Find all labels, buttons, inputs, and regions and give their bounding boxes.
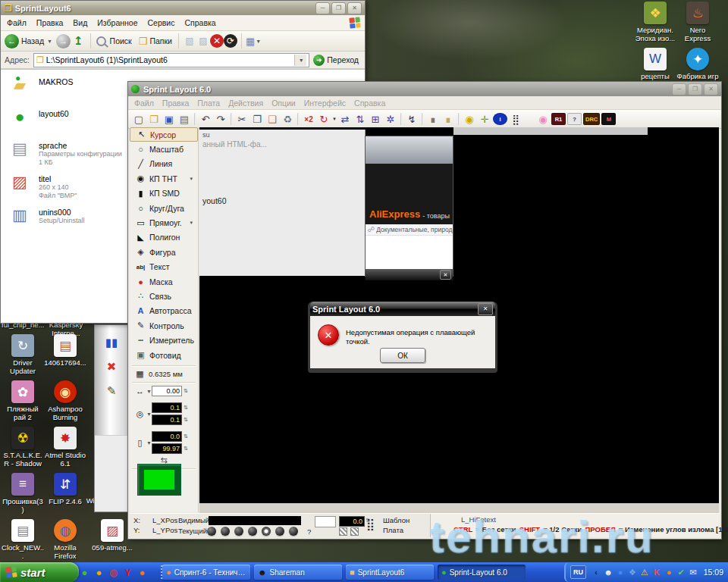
driver-updater-icon[interactable]: ↻ Driver Updater: [2, 334, 44, 380]
unlock-icon[interactable]: ∎: [441, 111, 456, 127]
menu-item[interactable]: Правка: [36, 18, 63, 27]
designator-icon[interactable]: R1: [551, 113, 566, 125]
firefox-icon[interactable]: ◍ Mozilla Firefox: [44, 519, 86, 565]
layer-dot[interactable]: [262, 527, 271, 536]
tool-dropdown-icon[interactable]: ▾: [190, 176, 193, 182]
folders-label[interactable]: Папки: [149, 36, 172, 45]
connections-icon[interactable]: ↯: [404, 111, 419, 127]
crosshair-icon[interactable]: ✛: [477, 111, 492, 127]
rotate-angle-icon[interactable]: ✲: [383, 111, 398, 127]
toolbar-icon[interactable]: [458, 113, 460, 125]
layer-dot[interactable]: [275, 527, 284, 536]
address-input[interactable]: ❒ L:\SprintLayout6 (1)\SprintLayout6 ▼: [33, 53, 309, 67]
lock-icon[interactable]: ∎: [425, 111, 441, 127]
toolbar-icon[interactable]: [297, 113, 299, 125]
tray-shareman-icon[interactable]: ☻: [603, 567, 613, 577]
track-dropdown-icon[interactable]: ▼: [146, 389, 152, 394]
grid-setting[interactable]: ▦ 0.6325 мм: [130, 369, 198, 379]
help-question[interactable]: ?: [307, 527, 311, 536]
back-button-icon[interactable]: ←: [5, 34, 19, 48]
open-icon[interactable]: ❒: [146, 111, 162, 127]
tool-shape[interactable]: ◈ Фигура: [130, 245, 198, 259]
tool-pad-tht[interactable]: ◉ КП ТНТ ▾: [130, 171, 198, 186]
archive-140617694-icon[interactable]: ▤ 140617694...: [44, 334, 86, 380]
macro-icon[interactable]: M: [601, 113, 616, 125]
tool-circle[interactable]: ○ Круг/Дуга: [130, 201, 198, 215]
maximize-button[interactable]: ❐: [331, 2, 346, 14]
pattern-icon[interactable]: [350, 527, 359, 536]
layer-dot[interactable]: [221, 527, 230, 536]
horizontal-scrollbar[interactable]: [199, 503, 719, 513]
close-button[interactable]: ✕: [704, 83, 718, 95]
tool-dropdown-icon[interactable]: ▾: [190, 220, 193, 226]
smd-dropdown-icon[interactable]: ▼: [146, 440, 152, 446]
go-label[interactable]: Переход: [327, 55, 359, 64]
tool-rect[interactable]: ▭ Прямоуг. ▾: [130, 215, 198, 230]
close-button[interactable]: ✕: [347, 2, 362, 14]
dialog-titlebar[interactable]: Sprint Layout 6.0 ✕: [310, 302, 495, 316]
save-icon[interactable]: ▣: [162, 111, 177, 127]
visible-layers-bar[interactable]: [209, 516, 301, 525]
toolbar-icon[interactable]: [194, 113, 196, 125]
clock-new-doc-icon[interactable]: ▤ Clock_NEW...: [2, 519, 44, 565]
menu-item[interactable]: Справка: [354, 99, 385, 108]
tool-line[interactable]: ╱ Линия: [130, 157, 198, 171]
menu-item[interactable]: Файл: [7, 18, 27, 27]
tool-zoom[interactable]: ○ Масштаб: [130, 142, 198, 156]
smd-height-input[interactable]: 99.97: [152, 443, 182, 454]
task-shareman[interactable]: ☻ Shareman: [254, 565, 342, 580]
new-file-icon[interactable]: ▢: [131, 111, 146, 127]
undo-icon[interactable]: ↶: [198, 111, 213, 127]
search-icon[interactable]: [96, 36, 106, 46]
spinner-icon[interactable]: ⇅: [184, 388, 188, 394]
tool-mask[interactable]: ● Маска: [130, 274, 198, 289]
agent-orange-icon[interactable]: ●: [93, 567, 105, 578]
minimize-button[interactable]: ─: [315, 2, 330, 14]
menu-item[interactable]: Справка: [184, 18, 215, 27]
spinner-icon[interactable]: ⇅: [184, 446, 188, 452]
copy-icon[interactable]: ❐: [249, 111, 265, 127]
rotate-icon[interactable]: ↻: [316, 111, 331, 127]
toolbar-icon[interactable]: [422, 113, 423, 125]
tray-network-icon[interactable]: ❖: [627, 567, 638, 577]
menu-item[interactable]: Действия: [228, 99, 263, 108]
move-icon[interactable]: ▨: [196, 34, 210, 48]
status-value[interactable]: 0.0: [339, 516, 365, 527]
tool-measure[interactable]: ┅ Измеритель: [130, 333, 198, 347]
paste-icon[interactable]: ❑: [265, 111, 280, 127]
tool-text[interactable]: ab| Текст: [130, 260, 198, 274]
template-label[interactable]: Шаблон: [383, 516, 410, 524]
up-folder-icon[interactable]: ↥: [74, 34, 83, 48]
menu-item[interactable]: Файл: [134, 99, 154, 108]
chrome-icon[interactable]: ◍: [108, 567, 119, 578]
check-icon[interactable]: ?: [567, 113, 582, 125]
menu-item[interactable]: Вид: [73, 18, 87, 27]
tray-mail-icon[interactable]: ✉: [688, 567, 698, 577]
menu-item[interactable]: Опции: [271, 99, 296, 108]
tool-photoview[interactable]: ▣ Фотовид: [130, 348, 198, 362]
tray-bluetooth-icon[interactable]: ●: [615, 567, 626, 577]
task-explorer[interactable]: ■ SprintLayout6: [346, 565, 434, 580]
active-layer-swatch[interactable]: [137, 464, 181, 496]
tray-kaspersky-icon[interactable]: K: [651, 567, 662, 577]
flip-icon[interactable]: ⇵ FLIP 2.4.6: [44, 473, 86, 519]
back-dropdown-icon[interactable]: ▼: [47, 39, 52, 44]
tray-antivirus-icon[interactable]: ✔: [676, 567, 686, 577]
menu-item[interactable]: Сервис: [148, 18, 175, 27]
tray-back-icon[interactable]: ‹: [591, 567, 601, 577]
duplicate-icon[interactable]: ×2: [301, 111, 316, 127]
layer-dot[interactable]: [248, 527, 257, 536]
pattern-icon[interactable]: [339, 527, 347, 536]
tray-warning-icon[interactable]: ⚠: [639, 567, 650, 577]
page-icon[interactable]: ▧: [183, 34, 196, 48]
clock[interactable]: 15:09: [704, 562, 723, 582]
start-button[interactable]: start: [0, 562, 79, 582]
ground-plane-icon[interactable]: ⣿: [366, 518, 375, 531]
abort-icon[interactable]: ✕: [210, 34, 224, 48]
tool-pad-smd[interactable]: ▮ КП SMD: [130, 186, 198, 201]
pad-height-input[interactable]: 0.1: [152, 415, 182, 425]
pad-dropdown-icon[interactable]: ▼: [146, 411, 152, 417]
tool-autoroute[interactable]: A Автотрасса: [130, 304, 198, 318]
tool-polygon[interactable]: ◣ Полигон: [130, 230, 198, 245]
ashampoo-icon[interactable]: ◉ Ashampoo Burning Stu...: [44, 380, 86, 427]
